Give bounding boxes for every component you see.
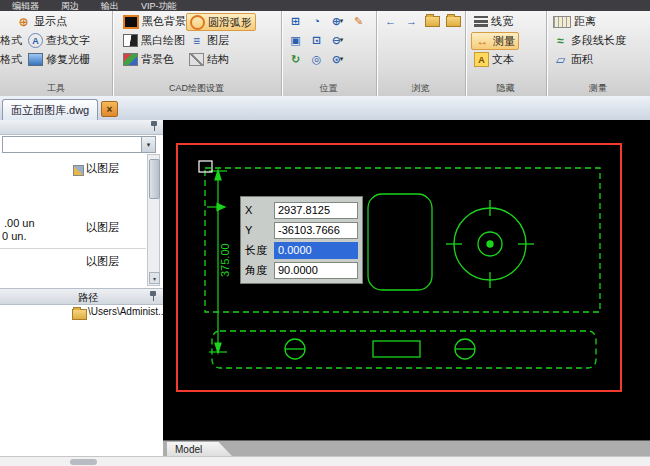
y-value-field[interactable]: -36103.7666	[274, 222, 358, 239]
line-width-button[interactable]: 线宽	[471, 13, 516, 30]
layout-tab-strip: Model	[163, 440, 650, 457]
structure-icon	[189, 53, 204, 66]
group-label-position: 位置	[281, 82, 376, 95]
black-background-button[interactable]: 黑色背景	[120, 13, 189, 30]
measure-toggle-button[interactable]: ↔ 测量	[471, 32, 519, 50]
format-button-1[interactable]: 格式	[0, 32, 25, 49]
open-folder-button[interactable]	[423, 13, 442, 29]
polyline-length-button[interactable]: ≈ 多段线长度	[550, 32, 629, 49]
bw-drawing-icon	[123, 34, 138, 47]
zoom-center-button[interactable]: ◎	[307, 51, 326, 67]
tooltip-row-x: X 2937.8125	[245, 201, 358, 219]
button-label: 查找文字	[46, 33, 90, 48]
button-label: 测量	[493, 34, 515, 49]
bw-drawing-button[interactable]: 黑白绘图	[120, 32, 188, 49]
group-label-measure: 测量	[546, 82, 650, 95]
button-label: 背景色	[141, 52, 174, 67]
drawing-canvas[interactable]: 375.00 X 2937.8125 Y -36103.7666 长度 0.00…	[163, 120, 650, 440]
ribbon-group-tools: ⊕ 显示点 格式 A 查找文字 格式 修复光栅 工具	[0, 11, 113, 96]
document-tab[interactable]: 面立面图库.dwg	[2, 99, 98, 120]
zoom-rect-button[interactable]: ⊡	[307, 32, 326, 48]
scrollbar-thumb[interactable]	[70, 459, 97, 465]
menu-item-editor[interactable]: 编辑器	[12, 1, 39, 11]
horizontal-scrollbar[interactable]	[0, 456, 650, 466]
scrollbar-thumb[interactable]	[149, 159, 160, 199]
path-item[interactable]: \Users\Administ...	[88, 306, 166, 317]
black-background-icon	[123, 15, 139, 29]
rotate-view-button[interactable]: ↻	[286, 51, 305, 67]
find-text-button[interactable]: A 查找文字	[25, 32, 93, 49]
properties-panel: ▾ 以图层 .00 un 以图层 0 un. 以图层 ▾ 路径 \Users\A…	[0, 120, 164, 456]
rotate-view-icon: ↻	[291, 53, 300, 66]
path-header-label: 路径	[78, 291, 98, 305]
panel-vertical-scrollbar[interactable]: ▾	[147, 154, 160, 286]
zoom-window-button[interactable]: ⊞	[286, 13, 305, 29]
zoom-dynamic-icon: ◔	[313, 15, 320, 27]
structure-button[interactable]: 结构	[186, 51, 232, 68]
x-value-field[interactable]: 2937.8125	[274, 202, 358, 219]
text-toggle-button[interactable]: A 文本	[471, 51, 517, 68]
format-button-2[interactable]: 格式	[0, 51, 25, 68]
group-label-cad-settings: CAD绘图设置	[112, 82, 281, 95]
tooltip-label: 长度	[245, 243, 271, 258]
model-tab-label: Model	[175, 444, 202, 455]
property-value-bylayer[interactable]: 以图层	[86, 220, 119, 235]
browse-files-button[interactable]	[444, 13, 463, 29]
layer-color-swatch	[73, 165, 84, 176]
dropdown-arrow-icon: ▾	[340, 36, 344, 44]
ribbon-group-cad-settings: 黑色背景 圆滑弧形 黑白绘图 ≡ 图层 背景色 结构 CAD绘图设	[112, 11, 282, 96]
ribbon-group-hide: 线宽 ↔ 测量 A 文本 隐藏	[465, 11, 547, 96]
property-combobox[interactable]: ▾	[2, 136, 156, 153]
redline-pencil-button[interactable]: ✎	[349, 13, 368, 29]
distance-button[interactable]: 距离	[550, 13, 599, 30]
previous-view-button[interactable]: ←	[381, 13, 400, 29]
property-value-bylayer[interactable]: 以图层	[86, 161, 119, 176]
button-label: 修复光栅	[46, 52, 90, 67]
distance-icon	[553, 16, 571, 28]
dropdown-arrow-icon: ▾	[340, 55, 344, 63]
close-document-button[interactable]: ×	[101, 101, 118, 117]
raster-image-icon	[28, 53, 43, 66]
layers-button[interactable]: ≡ 图层	[186, 32, 232, 49]
button-label: 文本	[492, 52, 514, 67]
panel-header	[0, 120, 163, 135]
zoom-rect-icon: ⊡	[312, 34, 321, 47]
back-arrow-icon: ←	[385, 15, 396, 27]
zoom-dynamic-button[interactable]: ◔	[307, 13, 326, 29]
cad-drawing: 375.00	[163, 120, 650, 440]
zoom-in-button[interactable]: ⊕▾	[328, 13, 347, 29]
menu-item-output[interactable]: 输出	[101, 1, 119, 11]
button-label: 显示点	[34, 14, 67, 29]
zoom-out-button[interactable]: ⊖▾	[328, 32, 347, 48]
menubar: 编辑器 周边 输出 VIP-功能	[0, 0, 650, 11]
model-tab[interactable]: Model	[167, 442, 233, 457]
smooth-arc-button[interactable]: 圆滑弧形	[186, 13, 256, 31]
menu-item-vip[interactable]: VIP-功能	[141, 1, 177, 11]
area-button[interactable]: ▱ 面积	[550, 51, 596, 68]
property-value-bylayer[interactable]: 以图层	[86, 254, 119, 269]
pin-icon[interactable]	[149, 121, 159, 132]
show-point-button[interactable]: ⊕ 显示点	[13, 13, 70, 30]
next-view-button[interactable]: →	[402, 13, 421, 29]
background-color-button[interactable]: 背景色	[120, 51, 177, 68]
tooltip-label: X	[245, 204, 271, 216]
ribbon-group-position: ⊞ ◔ ⊕▾ ✎ ▣ ⊡ ⊖▾ ↻ ◎ ⊙▾ 位置	[281, 11, 377, 96]
angle-value-field[interactable]: 90.0000	[274, 262, 358, 279]
group-label-tools: 工具	[0, 82, 112, 95]
dimension-text: 375.00	[219, 243, 231, 277]
menu-item-around[interactable]: 周边	[61, 1, 79, 11]
group-label-browse: 浏览	[376, 82, 465, 95]
button-label: 结构	[207, 52, 229, 67]
pin-icon[interactable]	[148, 291, 158, 302]
document-tabbar: 面立面图库.dwg ×	[0, 96, 650, 121]
fix-raster-button[interactable]: 修复光栅	[25, 51, 93, 68]
chevron-down-icon: ▾	[141, 137, 155, 152]
find-text-icon: A	[28, 33, 43, 48]
chevron-down-icon: ▾	[153, 275, 156, 282]
area-icon: ▱	[553, 53, 568, 67]
button-label: 格式	[0, 52, 22, 67]
zoom-extents-button[interactable]: ⊙▾	[328, 51, 347, 67]
length-value-field[interactable]: 0.0000	[274, 242, 358, 259]
named-views-button[interactable]: ▣	[286, 32, 305, 48]
scrollbar-down-button[interactable]: ▾	[149, 272, 160, 284]
